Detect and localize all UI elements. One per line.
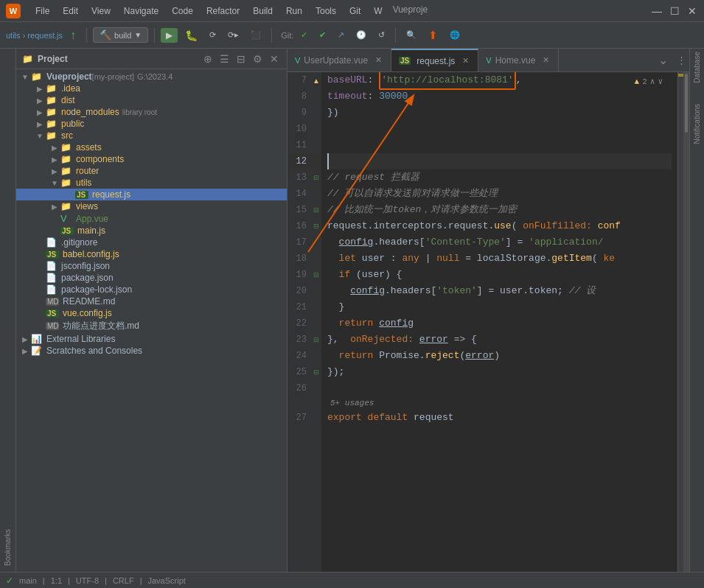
expand-icon: ▶ [34, 309, 46, 318]
back-button[interactable]: ⟳▸ [223, 28, 243, 42]
debug-button[interactable]: 🐛 [181, 27, 202, 43]
git-push-button[interactable]: ↗ [333, 28, 349, 42]
expand-icon: ▶ [34, 322, 46, 330]
web-button[interactable]: 🌐 [445, 28, 464, 42]
scrollbar-thumb[interactable] [685, 74, 688, 133]
tree-item-vue-config[interactable]: ▶ JS vue.config.js [16, 307, 287, 319]
tree-item-gitignore[interactable]: ▶ 📄 .gitignore [16, 237, 287, 248]
line-number: 11 [287, 140, 311, 150]
menu-file[interactable]: File [29, 4, 55, 18]
tree-item-views[interactable]: ▶ 📁 views [16, 200, 287, 212]
reload-button[interactable]: ⟳ [205, 28, 220, 42]
breadcrumb-utils[interactable]: utils [6, 31, 21, 40]
menu-tools[interactable]: Tools [310, 4, 342, 18]
tree-item-package-json[interactable]: ▶ 📄 package.json [16, 272, 287, 284]
vcs-button[interactable]: ↑ [66, 27, 80, 44]
tree-item-scratches[interactable]: ▶ 📝 Scratches and Consoles [16, 345, 287, 357]
line-col-indicator[interactable]: 1:1 [51, 576, 62, 585]
breadcrumb-file[interactable]: request.js [27, 31, 63, 40]
language-indicator[interactable]: JavaScript [147, 576, 185, 585]
tree-item-src[interactable]: ▼ 📁 src [16, 130, 287, 141]
git-branch[interactable]: main [19, 576, 37, 585]
expand-icon: ▶ [19, 335, 31, 343]
tree-item-public[interactable]: ▶ 📁 public [16, 118, 287, 130]
folder-name: .idea [61, 83, 80, 94]
menu-view[interactable]: View [86, 4, 116, 18]
tree-root[interactable]: ▼ 📁 Vueproject [my-project] G:\2023.4 [16, 71, 287, 83]
tree-item-dist[interactable]: ▶ 📁 dist [16, 94, 287, 106]
tree-item-node-modules[interactable]: ▶ 📁 node_modules library root [16, 106, 287, 118]
collapse-all-button[interactable]: ⊟ [234, 52, 248, 66]
title-bar: W File Edit View Navigate Code Refactor … [0, 0, 704, 22]
tab-close-button[interactable]: ✕ [373, 55, 383, 66]
menu-refactor[interactable]: Refactor [201, 4, 245, 18]
tab-close-button[interactable]: ✕ [540, 55, 551, 66]
git-check-button[interactable]: ✓ [296, 28, 312, 42]
tree-item-router[interactable]: ▶ 📁 router [16, 165, 287, 177]
run-button[interactable]: ▶ [161, 28, 178, 43]
git-check2-button[interactable]: ✔ [315, 28, 330, 42]
tree-item-jsconfig[interactable]: ▶ 📄 jsconfig.json [16, 260, 287, 272]
code-line-15: // 比如统一加token，对请求参数统一加密 [327, 202, 672, 218]
git-rollback-button[interactable]: ↺ [374, 28, 389, 42]
tab-menu-button[interactable]: ⋮ [674, 55, 689, 66]
tree-item-utils[interactable]: ▼ 📁 utils [16, 177, 287, 189]
tab-close-button[interactable]: ✕ [460, 56, 470, 66]
menu-run[interactable]: Run [280, 4, 308, 18]
settings-button[interactable]: ⚙ [251, 52, 265, 66]
js-tab-icon: JS [399, 57, 411, 65]
build-button[interactable]: 🔨 build ▼ [93, 27, 148, 43]
bookmarks-label[interactable]: Bookmarks [4, 529, 12, 566]
encoding-indicator[interactable]: UTF-8 [76, 576, 99, 585]
minimize-button[interactable]: — [651, 5, 663, 17]
menu-edit[interactable]: Edit [57, 4, 84, 18]
search-button[interactable]: 🔍 [402, 28, 421, 42]
code-content[interactable]: baseURL: 'http://localhost:8081', ▲ 2 ∧ … [321, 72, 677, 572]
tab-request-js[interactable]: JS request.js ✕ [391, 49, 478, 72]
close-button[interactable]: ✕ [686, 5, 698, 17]
tree-item-babel[interactable]: ▶ JS babel.config.js [16, 248, 287, 260]
tree-item-package-lock[interactable]: ▶ 📄 package-lock.json [16, 284, 287, 295]
close-panel-button[interactable]: ✕ [268, 52, 281, 66]
code-line-18: let user : any | null = localStorage.get… [327, 251, 672, 267]
pin-button[interactable]: ⊕ [201, 52, 215, 66]
tree-item-components[interactable]: ▶ 📁 components [16, 153, 287, 165]
code-line-23: }, onRejected: error => { [327, 332, 672, 348]
expand-icon: ▶ [34, 262, 46, 270]
scrollbar-track[interactable] [683, 72, 689, 572]
stop-button[interactable]: ⬛ [246, 28, 265, 42]
tree-item-assets[interactable]: ▶ 📁 assets [16, 141, 287, 153]
upload-button[interactable]: ⬆ [424, 27, 442, 44]
tree-item-external-libs[interactable]: ▶ 📊 External Libraries [16, 333, 287, 345]
database-label[interactable]: Database [693, 52, 701, 83]
menu-code[interactable]: Code [166, 4, 199, 18]
tree-item-readme[interactable]: ▶ MD README.md [16, 295, 287, 307]
notifications-label[interactable]: Notifications [693, 104, 701, 144]
git-history-button[interactable]: 🕐 [352, 28, 371, 42]
menu-build[interactable]: Build [247, 4, 279, 18]
maximize-button[interactable]: ☐ [669, 5, 680, 17]
file-icon: 📄 [46, 237, 59, 248]
tree-item-request-js[interactable]: ▶ JS request.js [16, 189, 287, 200]
tab-overflow-button[interactable]: ⌄ [654, 53, 672, 67]
tree-item-main-js[interactable]: ▶ JS main.js [16, 225, 287, 237]
file-tree: ▼ 📁 Vueproject [my-project] G:\2023.4 ▶ … [16, 69, 287, 572]
prev-warning-button[interactable]: ∧ [650, 74, 655, 90]
next-warning-button[interactable]: ∨ [658, 74, 663, 90]
line-number: 17 [287, 237, 311, 248]
sort-button[interactable]: ☰ [217, 52, 231, 66]
expand-icon: ▼ [34, 132, 46, 140]
menu-navigate[interactable]: Navigate [118, 4, 164, 18]
tab-home-vue[interactable]: V Home.vue ✕ [478, 49, 559, 72]
tree-item-app-vue[interactable]: ▶ V App.vue [16, 212, 287, 225]
tree-item-progress-doc[interactable]: ▶ MD 功能点进度文档.md [16, 319, 287, 333]
expand-icon: ▶ [34, 120, 46, 128]
separator: | [43, 576, 45, 585]
menu-git[interactable]: Git [344, 4, 366, 18]
tree-item-idea[interactable]: ▶ 📁 .idea [16, 83, 287, 94]
toolbar: utils › request.js ↑ 🔨 build ▼ ▶ 🐛 ⟳ ⟳▸ … [0, 22, 704, 49]
code-line-9: }) [327, 105, 672, 121]
crlf-indicator[interactable]: CRLF [113, 576, 134, 585]
menu-w[interactable]: W [368, 4, 388, 18]
tab-user-update[interactable]: V UserUpdate.vue ✕ [287, 49, 391, 72]
